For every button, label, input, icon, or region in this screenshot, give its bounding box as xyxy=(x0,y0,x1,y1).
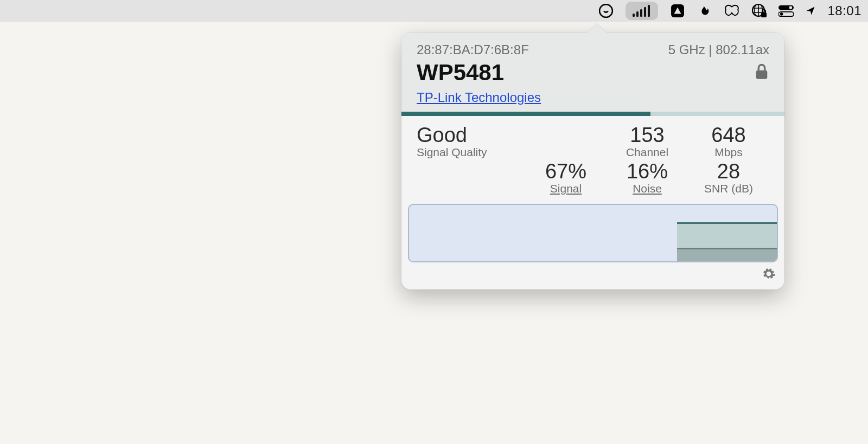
svg-rect-8 xyxy=(761,12,767,17)
chart-series-noise xyxy=(677,248,777,261)
flame-icon[interactable] xyxy=(697,3,712,18)
noise-value: 16% xyxy=(627,160,668,183)
quality-label: Signal Quality xyxy=(417,146,487,159)
channel-value: 153 xyxy=(630,124,664,147)
snr-label: SNR (dB) xyxy=(704,182,753,195)
signal-chart xyxy=(408,204,778,262)
stats-grid: Good Signal Quality 153 Channel 648 Mbps… xyxy=(401,116,784,197)
signal-bars-icon[interactable] xyxy=(626,2,658,20)
lock-icon xyxy=(754,63,769,82)
triangle-icon[interactable] xyxy=(670,3,685,18)
popover-header: 28:87:BA:D7:6B:8F 5 GHz | 802.11ax WP548… xyxy=(401,33,784,112)
signal-value: 67% xyxy=(545,160,586,183)
stat-channel: 153 Channel xyxy=(607,124,688,159)
globe-lock-icon[interactable] xyxy=(751,3,767,18)
progress-fill xyxy=(401,112,650,116)
progress-bar xyxy=(401,112,784,116)
location-arrow-icon[interactable] xyxy=(806,3,815,18)
menubar: 18:01 xyxy=(0,0,868,22)
app-icon[interactable] xyxy=(598,3,614,18)
svg-rect-13 xyxy=(756,70,768,79)
svg-point-0 xyxy=(600,4,613,17)
quality-value: Good xyxy=(417,124,467,147)
stat-mbps: 648 Mbps xyxy=(688,124,769,159)
mac-address: 28:87:BA:D7:6B:8F xyxy=(417,42,529,57)
gear-icon[interactable] xyxy=(762,267,776,283)
wifi-popover: 28:87:BA:D7:6B:8F 5 GHz | 802.11ax WP548… xyxy=(401,33,784,289)
svg-rect-3 xyxy=(640,9,642,17)
vendor-link[interactable]: TP-Link Technologies xyxy=(417,90,541,105)
stat-noise[interactable]: 16% Noise xyxy=(607,160,688,195)
svg-rect-1 xyxy=(633,14,635,17)
svg-rect-5 xyxy=(648,5,650,17)
signal-label[interactable]: Signal xyxy=(550,182,582,195)
mbps-label: Mbps xyxy=(714,146,742,159)
control-center-icon[interactable] xyxy=(778,3,794,18)
butterfly-icon[interactable] xyxy=(724,3,739,18)
mbps-value: 648 xyxy=(711,124,745,147)
band-mode: 5 GHz | 802.11ax xyxy=(668,42,769,57)
stat-snr: 28 SNR (dB) xyxy=(688,160,769,195)
ssid: WP5481 xyxy=(417,60,504,86)
svg-rect-4 xyxy=(644,7,646,17)
svg-point-12 xyxy=(780,12,783,16)
noise-label[interactable]: Noise xyxy=(633,182,662,195)
stat-quality: Good Signal Quality xyxy=(417,124,525,159)
snr-value: 28 xyxy=(717,160,740,183)
stat-signal[interactable]: 67% Signal xyxy=(525,160,607,195)
svg-point-10 xyxy=(789,6,793,9)
svg-rect-2 xyxy=(636,11,639,17)
channel-label: Channel xyxy=(626,146,668,159)
menubar-clock: 18:01 xyxy=(827,3,861,18)
